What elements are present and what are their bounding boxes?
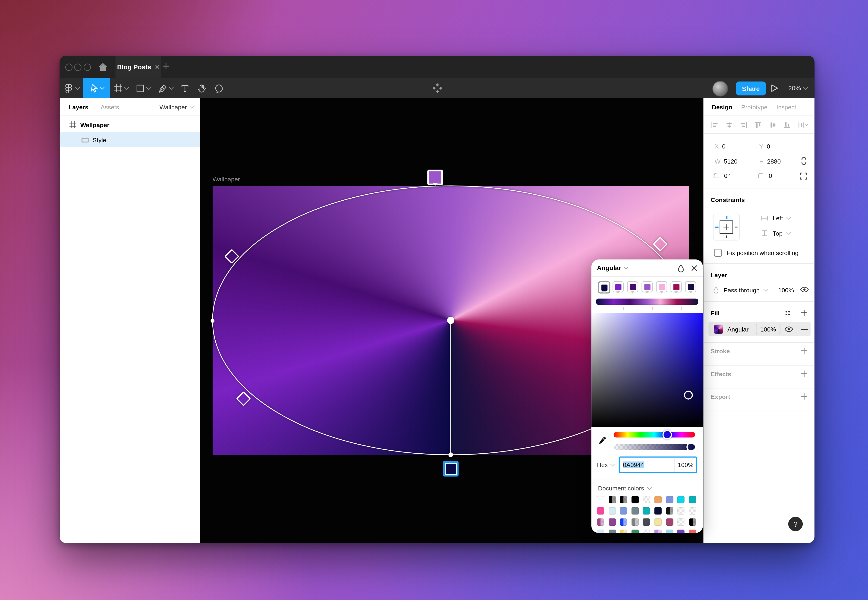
document-color-swatch[interactable]	[677, 530, 685, 533]
vertical-constraint-select[interactable]: Top	[761, 230, 791, 236]
gradient-center-handle[interactable]	[447, 317, 454, 324]
document-color-swatch[interactable]	[620, 496, 627, 503]
hex-input[interactable]: 0A0944	[620, 462, 674, 468]
layer-row-wallpaper[interactable]: Wallpaper	[60, 117, 200, 132]
close-window-button[interactable]	[65, 64, 73, 71]
avatar[interactable]	[712, 81, 728, 96]
hue-slider-knob[interactable]	[662, 430, 672, 439]
hand-tool-button[interactable]	[193, 78, 210, 98]
color-cursor[interactable]	[684, 391, 693, 400]
document-color-swatch[interactable]	[654, 496, 661, 503]
zoom-level-selector[interactable]: 20%	[788, 78, 808, 98]
layer-row-style[interactable]: Style	[60, 132, 200, 147]
gradient-stop-swatch[interactable]	[685, 281, 696, 292]
gradient-stop-handle-top[interactable]	[427, 170, 443, 185]
document-color-swatch[interactable]	[620, 518, 627, 526]
document-color-swatch[interactable]	[643, 530, 650, 533]
document-color-swatch[interactable]	[643, 508, 650, 515]
opacity-input[interactable]: 100%	[674, 458, 696, 472]
minimize-window-button[interactable]	[74, 64, 81, 71]
alpha-slider-knob[interactable]	[687, 444, 695, 450]
tab-prototype[interactable]: Prototype	[741, 103, 768, 110]
alpha-slider[interactable]	[614, 444, 695, 450]
document-color-swatch[interactable]	[620, 508, 627, 515]
comment-tool-button[interactable]	[210, 78, 228, 98]
share-button[interactable]: Share	[736, 82, 766, 95]
document-color-swatch[interactable]	[654, 530, 661, 533]
document-color-swatch[interactable]	[677, 518, 685, 526]
y-field[interactable]: Y 0	[759, 143, 770, 150]
document-color-swatch[interactable]	[631, 496, 638, 503]
align-vertical-center-button[interactable]	[769, 121, 777, 129]
document-color-swatch[interactable]	[631, 530, 638, 533]
gradient-stop-swatch[interactable]	[627, 281, 638, 292]
tab-assets[interactable]: Assets	[101, 103, 119, 110]
x-field[interactable]: X 0	[715, 143, 726, 150]
text-tool-button[interactable]	[177, 78, 193, 98]
document-color-swatch[interactable]	[620, 530, 627, 533]
fill-row[interactable]: Angular 100%	[708, 322, 811, 336]
independent-corners-icon[interactable]	[800, 172, 807, 180]
constraint-left-tick[interactable]	[715, 226, 718, 228]
document-color-swatch[interactable]	[689, 496, 696, 503]
document-color-swatch[interactable]	[666, 530, 673, 533]
close-tab-icon[interactable]	[155, 65, 160, 69]
document-color-swatch[interactable]	[689, 518, 696, 526]
document-color-swatch[interactable]	[654, 508, 661, 515]
document-color-swatch[interactable]	[666, 496, 673, 503]
gradient-stop-handle-selected[interactable]	[443, 461, 458, 477]
fill-opacity-field[interactable]: 100%	[756, 324, 780, 334]
eyedropper-icon[interactable]	[597, 435, 608, 446]
document-color-swatch[interactable]	[643, 518, 650, 526]
document-color-swatch[interactable]	[608, 496, 615, 503]
new-tab-button[interactable]	[162, 62, 169, 70]
document-color-swatch[interactable]	[689, 530, 696, 533]
gradient-preview-bar[interactable]	[596, 298, 698, 305]
corner-radius-field[interactable]: 0	[758, 172, 772, 179]
document-color-swatch[interactable]	[631, 508, 638, 515]
gradient-stop-swatch[interactable]	[641, 281, 653, 292]
eye-icon[interactable]	[785, 326, 794, 333]
add-export-icon[interactable]	[801, 393, 808, 400]
color-format-selector[interactable]: Hex	[597, 462, 614, 468]
document-color-swatch[interactable]	[666, 508, 673, 515]
layer-opacity-field[interactable]: 100%	[778, 287, 794, 294]
add-stroke-icon[interactable]	[801, 347, 808, 354]
home-icon[interactable]	[99, 63, 107, 71]
document-color-swatch[interactable]	[597, 530, 604, 533]
move-tool-button[interactable]	[83, 78, 110, 98]
distribute-button[interactable]	[798, 121, 809, 129]
remove-fill-icon[interactable]	[801, 329, 808, 330]
document-color-swatch[interactable]	[677, 508, 685, 515]
rotation-field[interactable]: 0°	[713, 172, 730, 179]
close-icon[interactable]	[691, 265, 697, 271]
tab-inspect[interactable]: Inspect	[777, 103, 796, 110]
gradient-stop-swatch[interactable]	[656, 281, 667, 292]
styles-icon[interactable]	[785, 310, 791, 317]
constraint-bottom-tick[interactable]	[726, 236, 727, 238]
document-color-swatch[interactable]	[608, 530, 615, 533]
tab-layers[interactable]: Layers	[68, 103, 88, 110]
align-bottom-button[interactable]	[783, 121, 791, 129]
align-left-button[interactable]	[711, 121, 718, 129]
document-colors-header[interactable]: Document colors	[598, 485, 696, 492]
eye-icon[interactable]	[800, 286, 809, 293]
constraints-widget[interactable]	[713, 214, 740, 241]
shape-tool-button[interactable]	[132, 78, 154, 98]
document-color-swatch[interactable]	[654, 518, 661, 526]
document-color-swatch[interactable]	[597, 508, 604, 515]
document-color-swatch[interactable]	[608, 508, 615, 515]
present-icon[interactable]	[771, 83, 779, 92]
width-field[interactable]: W 5120	[715, 158, 738, 165]
fill-type-label[interactable]: Angular	[727, 326, 749, 332]
document-color-swatch[interactable]	[597, 518, 604, 526]
tab-design[interactable]: Design	[712, 103, 732, 110]
document-color-swatch[interactable]	[608, 518, 615, 526]
gradient-stop-swatch[interactable]	[598, 281, 610, 294]
document-color-swatch[interactable]	[689, 508, 696, 515]
height-field[interactable]: H 2880	[759, 158, 781, 165]
gradient-width-handle[interactable]	[210, 319, 215, 323]
pen-tool-button[interactable]	[154, 78, 177, 98]
saturation-value-field[interactable]	[591, 313, 703, 427]
file-tab[interactable]: Blog Posts	[116, 56, 162, 78]
